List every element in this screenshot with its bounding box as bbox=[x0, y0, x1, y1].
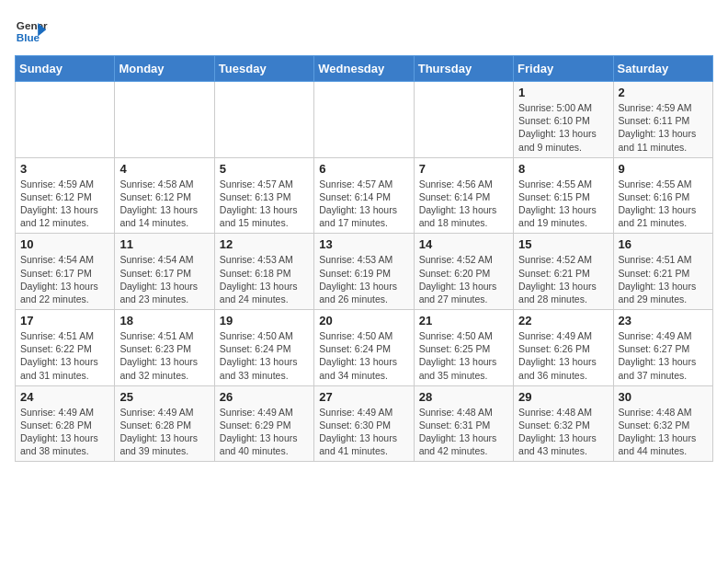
calendar-cell: 12Sunrise: 4:53 AM Sunset: 6:18 PM Dayli… bbox=[214, 234, 313, 310]
day-info: Sunrise: 4:49 AM Sunset: 6:27 PM Dayligh… bbox=[619, 329, 708, 382]
weekday-header-thursday: Thursday bbox=[414, 56, 513, 82]
day-info: Sunrise: 4:52 AM Sunset: 6:21 PM Dayligh… bbox=[518, 253, 608, 305]
calendar-cell: 29Sunrise: 4:48 AM Sunset: 6:32 PM Dayli… bbox=[514, 385, 613, 462]
day-info: Sunrise: 5:00 AM Sunset: 6:10 PM Dayligh… bbox=[518, 101, 608, 154]
day-number: 29 bbox=[518, 390, 608, 404]
logo: General Blue bbox=[15, 15, 48, 48]
day-number: 4 bbox=[119, 162, 209, 176]
day-number: 7 bbox=[419, 162, 508, 176]
day-number: 13 bbox=[319, 237, 408, 251]
day-number: 9 bbox=[619, 162, 708, 176]
calendar-cell: 23Sunrise: 4:49 AM Sunset: 6:27 PM Dayli… bbox=[613, 310, 712, 386]
calendar-cell: 4Sunrise: 4:58 AM Sunset: 6:12 PM Daylig… bbox=[115, 157, 214, 234]
calendar-cell: 21Sunrise: 4:50 AM Sunset: 6:25 PM Dayli… bbox=[414, 310, 513, 386]
calendar-cell: 7Sunrise: 4:56 AM Sunset: 6:14 PM Daylig… bbox=[414, 157, 513, 234]
day-info: Sunrise: 4:48 AM Sunset: 6:32 PM Dayligh… bbox=[518, 406, 608, 458]
day-number: 25 bbox=[119, 390, 209, 404]
day-info: Sunrise: 4:55 AM Sunset: 6:16 PM Dayligh… bbox=[619, 178, 708, 230]
day-info: Sunrise: 4:51 AM Sunset: 6:23 PM Dayligh… bbox=[119, 329, 209, 382]
day-info: Sunrise: 4:54 AM Sunset: 6:17 PM Dayligh… bbox=[20, 253, 109, 305]
day-info: Sunrise: 4:58 AM Sunset: 6:12 PM Dayligh… bbox=[119, 178, 209, 230]
day-number: 1 bbox=[518, 86, 608, 99]
day-number: 10 bbox=[20, 237, 109, 251]
week-row-4: 17Sunrise: 4:51 AM Sunset: 6:22 PM Dayli… bbox=[16, 310, 713, 386]
day-info: Sunrise: 4:50 AM Sunset: 6:24 PM Dayligh… bbox=[220, 329, 309, 382]
calendar-cell: 26Sunrise: 4:49 AM Sunset: 6:29 PM Dayli… bbox=[214, 385, 313, 462]
calendar-cell: 8Sunrise: 4:55 AM Sunset: 6:15 PM Daylig… bbox=[514, 157, 613, 234]
calendar-cell: 3Sunrise: 4:59 AM Sunset: 6:12 PM Daylig… bbox=[16, 157, 115, 234]
svg-text:Blue: Blue bbox=[17, 31, 40, 43]
day-number: 12 bbox=[220, 237, 309, 251]
day-number: 20 bbox=[319, 314, 408, 327]
day-info: Sunrise: 4:53 AM Sunset: 6:18 PM Dayligh… bbox=[220, 253, 309, 305]
calendar-cell: 6Sunrise: 4:57 AM Sunset: 6:14 PM Daylig… bbox=[314, 157, 414, 234]
day-number: 3 bbox=[20, 162, 109, 176]
day-info: Sunrise: 4:57 AM Sunset: 6:13 PM Dayligh… bbox=[220, 178, 309, 230]
day-number: 18 bbox=[119, 314, 209, 327]
calendar-cell: 9Sunrise: 4:55 AM Sunset: 6:16 PM Daylig… bbox=[613, 157, 712, 234]
week-row-3: 10Sunrise: 4:54 AM Sunset: 6:17 PM Dayli… bbox=[16, 234, 713, 310]
day-info: Sunrise: 4:49 AM Sunset: 6:30 PM Dayligh… bbox=[319, 406, 408, 458]
weekday-header-sunday: Sunday bbox=[16, 56, 115, 82]
calendar-cell: 18Sunrise: 4:51 AM Sunset: 6:23 PM Dayli… bbox=[115, 310, 214, 386]
calendar-cell bbox=[214, 82, 313, 158]
calendar-cell: 27Sunrise: 4:49 AM Sunset: 6:30 PM Dayli… bbox=[314, 385, 414, 462]
day-number: 28 bbox=[419, 390, 508, 404]
calendar-cell bbox=[414, 82, 513, 158]
weekday-header-tuesday: Tuesday bbox=[214, 56, 313, 82]
week-row-5: 24Sunrise: 4:49 AM Sunset: 6:28 PM Dayli… bbox=[16, 385, 713, 462]
day-info: Sunrise: 4:51 AM Sunset: 6:21 PM Dayligh… bbox=[619, 253, 708, 305]
day-number: 16 bbox=[619, 237, 708, 251]
weekday-header-monday: Monday bbox=[115, 56, 214, 82]
weekday-header-row: SundayMondayTuesdayWednesdayThursdayFrid… bbox=[16, 56, 713, 82]
day-number: 17 bbox=[20, 314, 109, 327]
day-number: 30 bbox=[619, 390, 708, 404]
day-info: Sunrise: 4:59 AM Sunset: 6:12 PM Dayligh… bbox=[20, 178, 109, 230]
day-number: 8 bbox=[518, 162, 608, 176]
calendar-cell: 14Sunrise: 4:52 AM Sunset: 6:20 PM Dayli… bbox=[414, 234, 513, 310]
day-number: 26 bbox=[220, 390, 309, 404]
day-info: Sunrise: 4:49 AM Sunset: 6:28 PM Dayligh… bbox=[20, 406, 109, 458]
day-number: 5 bbox=[220, 162, 309, 176]
header: General Blue bbox=[15, 15, 713, 48]
day-info: Sunrise: 4:53 AM Sunset: 6:19 PM Dayligh… bbox=[319, 253, 408, 305]
calendar-header: SundayMondayTuesdayWednesdayThursdayFrid… bbox=[16, 56, 713, 82]
week-row-2: 3Sunrise: 4:59 AM Sunset: 6:12 PM Daylig… bbox=[16, 157, 713, 234]
day-number: 19 bbox=[220, 314, 309, 327]
day-number: 22 bbox=[518, 314, 608, 327]
calendar-cell: 25Sunrise: 4:49 AM Sunset: 6:28 PM Dayli… bbox=[115, 385, 214, 462]
day-number: 27 bbox=[319, 390, 408, 404]
calendar-cell: 30Sunrise: 4:48 AM Sunset: 6:32 PM Dayli… bbox=[613, 385, 712, 462]
day-info: Sunrise: 4:48 AM Sunset: 6:32 PM Dayligh… bbox=[619, 406, 708, 458]
logo-icon: General Blue bbox=[15, 15, 48, 48]
day-info: Sunrise: 4:56 AM Sunset: 6:14 PM Dayligh… bbox=[419, 178, 508, 230]
day-info: Sunrise: 4:48 AM Sunset: 6:31 PM Dayligh… bbox=[419, 406, 508, 458]
calendar-cell: 15Sunrise: 4:52 AM Sunset: 6:21 PM Dayli… bbox=[514, 234, 613, 310]
day-number: 21 bbox=[419, 314, 508, 327]
weekday-header-saturday: Saturday bbox=[613, 56, 712, 82]
calendar-cell bbox=[314, 82, 414, 158]
calendar-cell: 20Sunrise: 4:50 AM Sunset: 6:24 PM Dayli… bbox=[314, 310, 414, 386]
calendar-cell: 28Sunrise: 4:48 AM Sunset: 6:31 PM Dayli… bbox=[414, 385, 513, 462]
day-info: Sunrise: 4:57 AM Sunset: 6:14 PM Dayligh… bbox=[319, 178, 408, 230]
calendar: SundayMondayTuesdayWednesdayThursdayFrid… bbox=[15, 55, 713, 462]
weekday-header-wednesday: Wednesday bbox=[314, 56, 414, 82]
day-info: Sunrise: 4:59 AM Sunset: 6:11 PM Dayligh… bbox=[619, 101, 708, 154]
calendar-cell: 5Sunrise: 4:57 AM Sunset: 6:13 PM Daylig… bbox=[214, 157, 313, 234]
day-number: 6 bbox=[319, 162, 408, 176]
calendar-body: 1Sunrise: 5:00 AM Sunset: 6:10 PM Daylig… bbox=[16, 82, 713, 462]
calendar-cell: 10Sunrise: 4:54 AM Sunset: 6:17 PM Dayli… bbox=[16, 234, 115, 310]
day-number: 11 bbox=[119, 237, 209, 251]
calendar-cell: 13Sunrise: 4:53 AM Sunset: 6:19 PM Dayli… bbox=[314, 234, 414, 310]
day-info: Sunrise: 4:51 AM Sunset: 6:22 PM Dayligh… bbox=[20, 329, 109, 382]
calendar-cell bbox=[16, 82, 115, 158]
calendar-cell: 11Sunrise: 4:54 AM Sunset: 6:17 PM Dayli… bbox=[115, 234, 214, 310]
day-info: Sunrise: 4:49 AM Sunset: 6:26 PM Dayligh… bbox=[518, 329, 608, 382]
day-info: Sunrise: 4:52 AM Sunset: 6:20 PM Dayligh… bbox=[419, 253, 508, 305]
day-info: Sunrise: 4:49 AM Sunset: 6:29 PM Dayligh… bbox=[220, 406, 309, 458]
day-info: Sunrise: 4:54 AM Sunset: 6:17 PM Dayligh… bbox=[119, 253, 209, 305]
calendar-cell: 16Sunrise: 4:51 AM Sunset: 6:21 PM Dayli… bbox=[613, 234, 712, 310]
day-info: Sunrise: 4:55 AM Sunset: 6:15 PM Dayligh… bbox=[518, 178, 608, 230]
day-number: 14 bbox=[419, 237, 508, 251]
day-number: 2 bbox=[619, 86, 708, 99]
